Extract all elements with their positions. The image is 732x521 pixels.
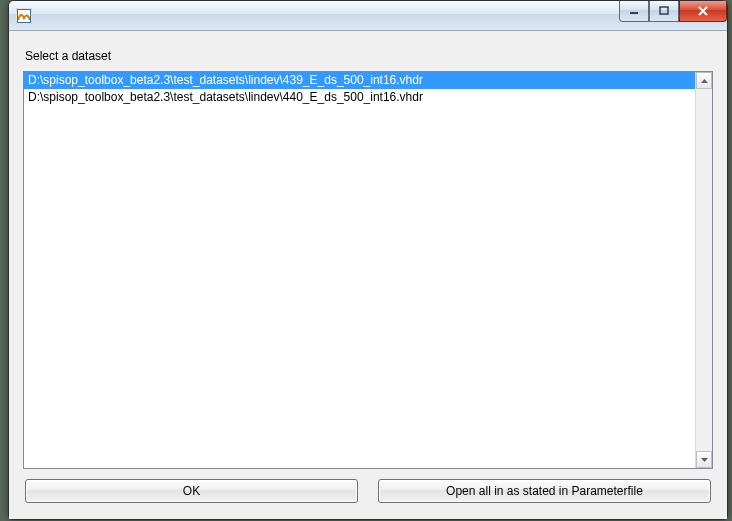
svg-rect-3: [660, 7, 668, 14]
ok-button[interactable]: OK: [25, 479, 358, 503]
open-all-button-label: Open all in as stated in Parameterfile: [446, 484, 643, 498]
window-controls: [619, 1, 727, 22]
button-row: OK Open all in as stated in Parameterfil…: [23, 469, 713, 509]
dialog-window: Select a dataset D:\spisop_toolbox_beta2…: [8, 0, 728, 520]
scroll-down-button[interactable]: [696, 451, 712, 468]
scroll-up-button[interactable]: [696, 72, 712, 89]
minimize-button[interactable]: [619, 1, 649, 22]
open-all-button[interactable]: Open all in as stated in Parameterfile: [378, 479, 711, 503]
maximize-button[interactable]: [649, 1, 679, 22]
close-button[interactable]: [679, 1, 727, 22]
client-area: Select a dataset D:\spisop_toolbox_beta2…: [9, 31, 727, 519]
titlebar[interactable]: [9, 1, 727, 31]
list-item[interactable]: D:\spisop_toolbox_beta2.3\test_datasets\…: [24, 89, 695, 106]
app-icon: [15, 7, 33, 25]
prompt-label: Select a dataset: [25, 49, 711, 63]
svg-rect-2: [630, 12, 638, 14]
ok-button-label: OK: [183, 484, 200, 498]
list-item[interactable]: D:\spisop_toolbox_beta2.3\test_datasets\…: [24, 72, 695, 89]
dataset-listbox[interactable]: D:\spisop_toolbox_beta2.3\test_datasets\…: [24, 72, 695, 468]
dataset-list-container: D:\spisop_toolbox_beta2.3\test_datasets\…: [23, 71, 713, 469]
vertical-scrollbar[interactable]: [695, 72, 712, 468]
